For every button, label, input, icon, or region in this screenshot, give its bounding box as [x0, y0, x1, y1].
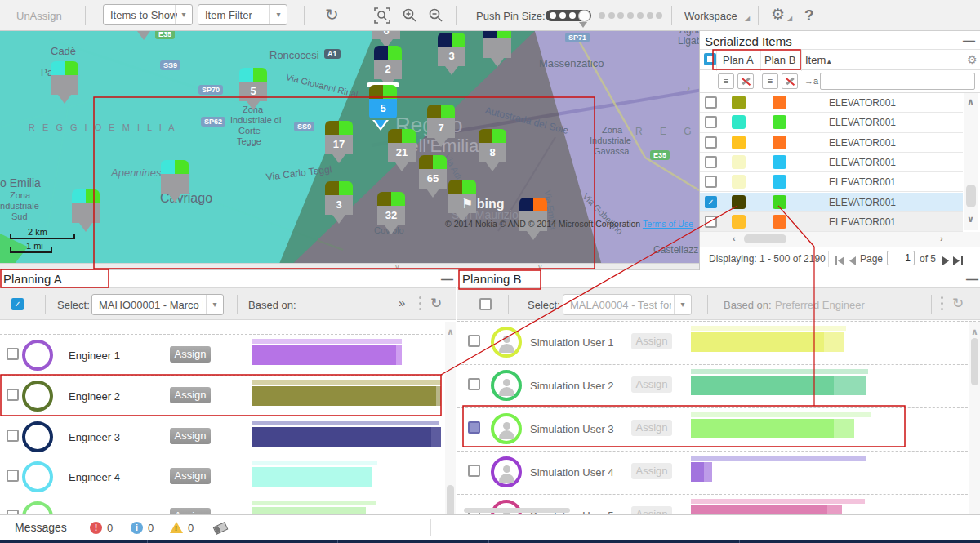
scroll-left-icon[interactable]: ‹	[733, 234, 736, 243]
slider-dot[interactable]	[617, 12, 624, 19]
prev-page-icon[interactable]	[849, 254, 856, 269]
assign-button[interactable]: Assign	[631, 506, 672, 514]
vertical-scrollbar[interactable]: ∧ ∨	[969, 322, 980, 514]
engineer-row[interactable]: Engineer 1Assign	[0, 334, 456, 376]
filter-menu-icon[interactable]: ≡	[762, 73, 778, 89]
column-header-plan-b[interactable]: Plan B	[764, 54, 795, 66]
slider-dot[interactable]	[627, 12, 634, 19]
text-convert-icon[interactable]: →a	[804, 76, 818, 86]
select-all-checkbox[interactable]	[704, 53, 716, 65]
assign-button[interactable]: Assign	[631, 420, 672, 436]
slider-dot-active[interactable]	[559, 12, 566, 19]
assign-button[interactable]: Assign	[170, 468, 211, 484]
map-canvas[interactable]: CadèPartitoreR E G G I O E M I L I Ao Em…	[0, 31, 699, 263]
vertical-scrollbar[interactable]: ∧ ∨	[445, 322, 456, 514]
table-row[interactable]: ELEVATOR001	[700, 133, 963, 153]
assign-button[interactable]: Assign	[631, 376, 672, 393]
panel-collapse-right-icon[interactable]: ›	[687, 82, 690, 94]
horizontal-splitter[interactable]: ∨ ∨	[0, 263, 699, 270]
engineer-row[interactable]: Simulation User 4Assign	[457, 451, 980, 495]
slider-dot[interactable]	[656, 12, 662, 19]
table-row[interactable]: ✓ELEVATOR001	[700, 193, 963, 212]
drag-handle-dots[interactable]	[419, 296, 421, 314]
item-filter-dropdown[interactable]: Item Filter ▾	[198, 4, 287, 25]
assign-button[interactable]: Assign	[631, 333, 672, 349]
row-checkbox[interactable]	[468, 378, 480, 390]
row-checkbox[interactable]: ✓	[705, 196, 717, 208]
row-checkbox[interactable]	[705, 116, 717, 128]
zoom-to-selection-icon[interactable]	[374, 7, 390, 27]
assign-button[interactable]: Assign	[170, 387, 211, 403]
slider-dot[interactable]	[647, 12, 653, 19]
planning-b-select-dropdown[interactable]: MALA00004 - Test for de ▾	[563, 294, 692, 315]
engineer-row[interactable]: Assign	[0, 496, 456, 514]
table-row[interactable]: ELEVATOR001	[700, 212, 963, 232]
planning-a-select-dropdown[interactable]: MAHO00001 - Marco Ho ▾	[91, 294, 224, 315]
first-page-icon[interactable]	[835, 254, 845, 269]
row-checkbox[interactable]	[7, 389, 19, 401]
scrollbar-thumb[interactable]	[966, 185, 976, 207]
refresh-icon[interactable]: ↻	[325, 5, 339, 24]
row-checkbox[interactable]	[705, 176, 717, 188]
gear-icon[interactable]: ⚙	[771, 5, 785, 24]
assign-button[interactable]: Assign	[170, 508, 211, 514]
minimize-icon[interactable]: —	[441, 272, 453, 286]
last-page-icon[interactable]	[953, 254, 963, 269]
next-page-icon[interactable]	[942, 254, 950, 269]
engineer-row[interactable]: Simulation User 3Assign	[457, 407, 980, 452]
row-checkbox[interactable]	[7, 348, 19, 360]
clear-messages-icon[interactable]	[213, 522, 229, 535]
gear-icon[interactable]: ⚙	[967, 53, 978, 66]
scrollbar-thumb[interactable]	[447, 485, 454, 514]
page-number-input[interactable]	[887, 251, 915, 265]
vertical-scrollbar[interactable]: ∧ ∨	[964, 93, 978, 230]
row-checkbox[interactable]	[7, 470, 19, 482]
slider-dot[interactable]	[599, 12, 605, 19]
engineer-row[interactable]: Engineer 2Assign	[0, 375, 456, 416]
table-row[interactable]: ELEVATOR001	[700, 153, 963, 172]
scroll-right-icon[interactable]: ›	[940, 234, 943, 243]
engineer-row[interactable]: Engineer 3Assign	[0, 416, 456, 457]
row-checkbox[interactable]	[7, 430, 19, 442]
slider-dot-active[interactable]	[550, 12, 556, 19]
refresh-icon[interactable]: ↻	[952, 295, 964, 312]
engineer-row[interactable]: Simulation User 2Assign	[457, 364, 980, 408]
assign-button[interactable]: Assign	[170, 346, 211, 363]
more-options-chevrons[interactable]: »	[399, 296, 405, 309]
table-row[interactable]: ELEVATOR001	[700, 113, 963, 132]
table-row[interactable]: ELEVATOR001	[700, 93, 963, 113]
minimize-icon[interactable]: —	[966, 272, 978, 286]
map-pushpin-partial[interactable]	[137, 31, 150, 40]
filter-pencil-icon[interactable]	[782, 73, 798, 89]
drag-handle-dots[interactable]	[941, 296, 943, 314]
horizontal-scrollbar[interactable]: ‹ ›	[700, 232, 980, 247]
slider-dot[interactable]	[637, 12, 644, 19]
minimize-icon[interactable]: —	[963, 33, 975, 47]
row-checkbox[interactable]	[705, 136, 717, 149]
engineer-row[interactable]: Simulation User 1Assign	[457, 321, 980, 365]
unassign-button[interactable]: UnAssign	[16, 10, 62, 22]
filter-pencil-icon[interactable]	[737, 73, 754, 89]
slider-dot-active[interactable]	[569, 12, 576, 19]
assign-button[interactable]: Assign	[631, 463, 672, 479]
scroll-up-icon[interactable]: ∧	[967, 96, 974, 107]
scrollbar-thumb[interactable]	[744, 234, 786, 243]
item-filter-input[interactable]	[820, 73, 975, 90]
row-checkbox[interactable]	[468, 335, 480, 347]
planning-b-checkbox[interactable]	[479, 298, 492, 310]
assign-button[interactable]: Assign	[170, 428, 211, 444]
row-checkbox[interactable]	[705, 156, 717, 168]
column-header-plan-a[interactable]: Plan A	[723, 54, 754, 66]
filter-menu-icon[interactable]: ≡	[718, 73, 734, 89]
scroll-up-icon[interactable]: ∧	[971, 327, 978, 337]
help-button[interactable]: ?	[804, 7, 814, 24]
scrollbar-thumb[interactable]	[971, 338, 978, 385]
push-pin-size-slider-thumb[interactable]	[578, 10, 590, 22]
table-row[interactable]: ELEVATOR001	[700, 172, 963, 192]
row-checkbox[interactable]	[705, 216, 717, 228]
map-pushpin-selected[interactable]: 5	[367, 82, 399, 87]
horizontal-scrollbar-thumb[interactable]	[464, 508, 570, 513]
zoom-in-icon[interactable]	[402, 7, 418, 27]
refresh-icon[interactable]: ↻	[430, 295, 442, 312]
column-header-item[interactable]: Item▲	[805, 54, 832, 66]
